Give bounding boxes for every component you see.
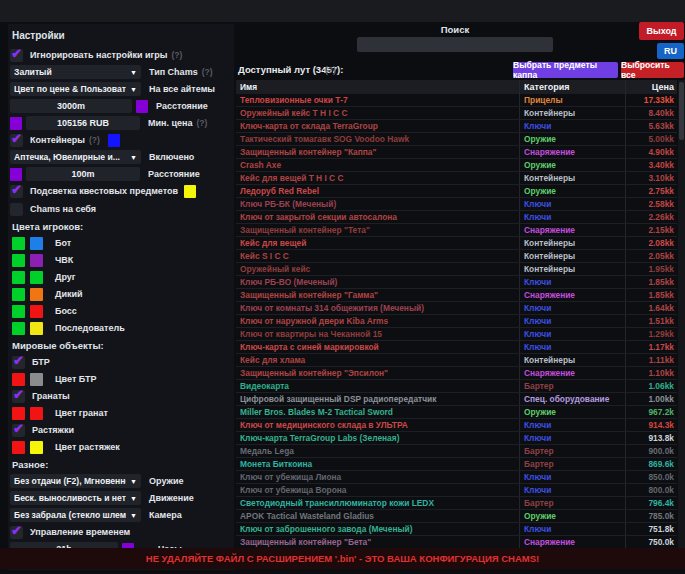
table-row[interactable]: Ключ-карта от склада TerraGroupКлючи5.63… — [236, 120, 677, 133]
column-category[interactable]: Категория — [519, 80, 625, 94]
table-row[interactable]: Защищенный контейнер "Тета"Снаряжение2.1… — [236, 224, 677, 237]
drop-all-button[interactable]: Выбросить все — [621, 62, 684, 78]
search-input[interactable] — [357, 37, 553, 52]
price-color-dropdown[interactable]: Цвет по цене & Пользователь ▼ — [10, 82, 141, 96]
help-icon[interactable]: (?) — [196, 118, 207, 128]
help-icon[interactable]: (?) — [171, 50, 182, 60]
visible-color-swatch[interactable] — [12, 407, 25, 420]
table-row[interactable]: Ключ-карта с синей маркировкойКлючи1.17k… — [236, 341, 677, 354]
help-icon[interactable]: (?) — [325, 65, 336, 75]
table-row[interactable]: Оружейный кейсКонтейнеры1.95kk — [236, 263, 677, 276]
table-row[interactable]: Ключ РБ-БК (Меченый)Ключи2.58kk — [236, 198, 677, 211]
table-row[interactable]: Ключ от квартиры на Чеканной 15Ключи1.29… — [236, 328, 677, 341]
min-price-color-swatch[interactable] — [10, 117, 22, 130]
time-control-checkbox[interactable] — [10, 526, 23, 539]
table-row[interactable]: Ключ от убежища ЛионаКлючи850.0k — [236, 471, 677, 484]
help-icon[interactable]: (?) — [89, 135, 100, 145]
language-button[interactable]: RU — [657, 43, 684, 59]
item-name: Защищенный контейнер "Эпсилон" — [236, 368, 519, 378]
table-row[interactable]: Защищенный контейнер "Гамма"Снаряжение1.… — [236, 289, 677, 302]
table-row[interactable]: Ледоруб Red RebelОружие2.75kk — [236, 185, 677, 198]
visible-color-swatch[interactable] — [12, 237, 25, 250]
table-row[interactable]: Miller Bros. Blades M-2 Tactical SwordОр… — [236, 406, 677, 419]
column-name[interactable]: Имя — [236, 82, 519, 92]
secondary-color-swatch[interactable] — [30, 237, 43, 250]
scrollbar-thumb[interactable] — [679, 82, 684, 140]
table-row[interactable]: Тактический томагавк SOG Voodoo HawkОруж… — [236, 133, 677, 146]
camera-dropdown[interactable]: Без забрала (стекло шлема) ▼ — [10, 508, 141, 522]
table-row[interactable]: Монета БиткоинаБартер869.6k — [236, 458, 677, 471]
world-object-checkbox[interactable] — [12, 424, 25, 437]
world-object-row: БТР — [12, 355, 234, 369]
secondary-color-swatch[interactable] — [30, 441, 43, 454]
table-row[interactable]: Цифровой защищенный DSP радиопередатчикС… — [236, 393, 677, 406]
loot-distance-input[interactable]: 100m — [26, 167, 140, 181]
world-object-row: Растяжки — [12, 423, 234, 437]
containers-row: Контейнеры (?) — [10, 133, 234, 147]
secondary-color-swatch[interactable] — [30, 322, 43, 335]
table-row[interactable]: Ключ от медицинского склада в УЛЬТРАКлюч… — [236, 419, 677, 432]
visible-color-swatch[interactable] — [12, 441, 25, 454]
table-row[interactable]: Кейс для вещей T H I C CКонтейнеры3.10kk — [236, 172, 677, 185]
distance-input[interactable]: 3000m — [10, 99, 132, 113]
loot-distance-color-swatch[interactable] — [10, 168, 22, 181]
visible-color-swatch[interactable] — [12, 305, 25, 318]
containers-checkbox[interactable] — [10, 134, 23, 147]
table-scrollbar[interactable] — [678, 80, 685, 548]
secondary-color-swatch[interactable] — [30, 305, 43, 318]
table-row[interactable]: Ключ от убежища ВоронаКлючи800.0k — [236, 484, 677, 497]
world-object-checkbox[interactable] — [12, 390, 25, 403]
quest-highlight-checkbox[interactable] — [10, 185, 23, 198]
column-price[interactable]: Цена — [625, 80, 677, 94]
table-row[interactable]: Защищенный контейнер "Бета"Снаряжение750… — [236, 536, 677, 548]
chevron-down-icon: ▼ — [130, 512, 137, 519]
loot-distance-label: Расстояние — [148, 169, 200, 179]
visible-color-swatch[interactable] — [12, 288, 25, 301]
quest-highlight-color-swatch[interactable] — [184, 185, 196, 198]
movement-dropdown[interactable]: Беск. выносливость и нет уста ▼ — [10, 491, 141, 505]
table-row[interactable]: Ключ-карта TerraGroup Labs (Зеленая)Ключ… — [236, 432, 677, 445]
table-row[interactable]: Ключ от заброшенного завода (Меченый)Клю… — [236, 523, 677, 536]
table-row[interactable]: Ключ от закрытой секции автосалонаКлючи2… — [236, 211, 677, 224]
secondary-color-swatch[interactable] — [30, 407, 43, 420]
visible-color-swatch[interactable] — [12, 373, 25, 386]
table-row[interactable]: Кейс для хламаКонтейнеры1.11kk — [236, 354, 677, 367]
table-row[interactable]: Оружейный кейс T H I C CКонтейнеры8.40kk — [236, 107, 677, 120]
self-chams-checkbox[interactable] — [10, 203, 23, 216]
world-object-checkbox[interactable] — [12, 356, 25, 369]
item-price: 1.29kk — [625, 328, 677, 340]
table-row[interactable]: Защищенный контейнер "Каппа"Снаряжение4.… — [236, 146, 677, 159]
item-category: Ключи — [519, 432, 625, 444]
secondary-color-swatch[interactable] — [30, 373, 43, 386]
weapon-dropdown[interactable]: Без отдачи (F2), Мгновенное п ▼ — [10, 474, 141, 488]
table-row[interactable]: Защищенный контейнер "Эпсилон"Снаряжение… — [236, 367, 677, 380]
visible-color-swatch[interactable] — [12, 271, 25, 284]
table-row[interactable]: Медаль LegaБартер900.0k — [236, 445, 677, 458]
exit-button[interactable]: Выход — [639, 22, 684, 40]
table-row[interactable]: ВидеокартаБартер1.06kk — [236, 380, 677, 393]
table-row[interactable]: APOK Tactical Wasteland GladiusОружие785… — [236, 510, 677, 523]
table-row[interactable]: Кейс S I C CКонтейнеры2.05kk — [236, 250, 677, 263]
chams-type-dropdown[interactable]: Залитый ▼ — [10, 65, 141, 79]
loot-filter-dropdown[interactable]: Аптечка, Ювелирные и... ▼ — [10, 150, 141, 164]
containers-color-swatch[interactable] — [108, 134, 120, 147]
table-row[interactable]: Ключ РБ-ВО (Меченый)Ключи1.85kk — [236, 276, 677, 289]
secondary-color-swatch[interactable] — [30, 288, 43, 301]
secondary-color-swatch[interactable] — [30, 254, 43, 267]
player-type-label: Друг — [55, 272, 76, 282]
table-row[interactable]: Ключ от комнаты 314 общежития (Меченый)К… — [236, 302, 677, 315]
select-kappa-items-button[interactable]: Выбрать предметы каппа — [513, 62, 618, 78]
table-row[interactable]: Тепловизионные очки Т-7Прицелы17.33kk — [236, 94, 677, 107]
table-row[interactable]: Светодиодный трансиллюминатор кожи LEDXБ… — [236, 497, 677, 510]
visible-color-swatch[interactable] — [12, 322, 25, 335]
help-icon[interactable]: (?) — [202, 67, 213, 77]
distance-color-swatch[interactable] — [136, 100, 148, 113]
table-row[interactable]: Кейс для вещейКонтейнеры2.08kk — [236, 237, 677, 250]
table-row[interactable]: Crash AxeОружие3.40kk — [236, 159, 677, 172]
secondary-color-swatch[interactable] — [30, 271, 43, 284]
table-row[interactable]: Ключ от наружной двери Kiba ArmsКлючи1.5… — [236, 315, 677, 328]
ignore-game-settings-checkbox[interactable] — [10, 49, 23, 62]
min-price-input[interactable]: 105156 RUB — [26, 116, 140, 130]
visible-color-swatch[interactable] — [12, 254, 25, 267]
item-category: Ключи — [519, 120, 625, 132]
